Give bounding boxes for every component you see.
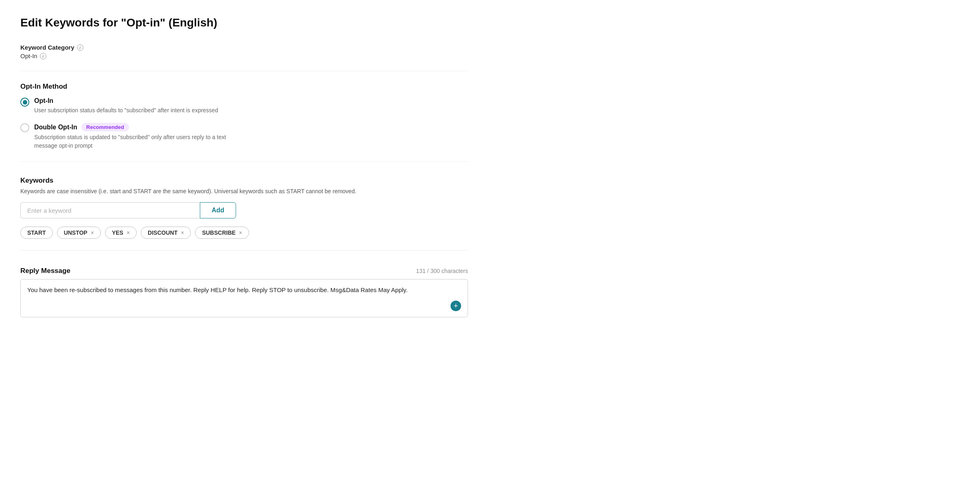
opt-in-method-radio-group: Opt-In User subscription status defaults… [20,97,468,150]
reply-header: Reply Message 131 / 300 characters [20,267,468,275]
keywords-tags: START UNSTOP × YES × DISCOUNT × SUBSCRIB… [20,227,468,239]
opt-in-method-section: Opt-In Method Opt-In User subscription s… [20,83,468,150]
double-opt-in-label: Double Opt-In [34,124,77,131]
keyword-tag-label: UNSTOP [64,229,88,236]
opt-in-label-group: Opt-In User subscription status defaults… [34,97,218,115]
double-opt-in-description: Subscription status is updated to "subsc… [34,133,246,150]
keyword-tag-label: START [27,229,46,236]
keyword-category-value: Opt-In i [20,52,468,59]
textarea-add-icon[interactable]: + [451,301,461,311]
opt-in-info-icon[interactable]: i [40,53,46,59]
opt-in-method-title: Opt-In Method [20,83,468,91]
page-title: Edit Keywords for "Opt-in" (English) [20,16,468,29]
remove-subscribe-button[interactable]: × [239,230,242,236]
reply-textarea-wrapper: You have been re-subscribed to messages … [20,279,468,317]
keyword-tag-label: DISCOUNT [148,229,177,236]
keyword-category-section: Keyword Category i Opt-In i [20,44,468,59]
opt-in-option[interactable]: Opt-In User subscription status defaults… [20,97,468,115]
remove-yes-button[interactable]: × [127,230,130,236]
keyword-tag-start: START [20,227,53,239]
recommended-badge: Recommended [81,123,129,131]
keyword-tag-unstop: UNSTOP × [57,227,101,239]
keyword-category-label: Keyword Category i [20,44,468,51]
opt-in-label: Opt-In [34,97,53,105]
keyword-category-info-icon[interactable]: i [77,44,83,51]
keyword-tag-discount: DISCOUNT × [141,227,191,239]
double-opt-in-radio[interactable] [20,123,29,132]
keyword-tag-yes: YES × [105,227,137,239]
reply-message-textarea[interactable]: You have been re-subscribed to messages … [27,285,447,310]
divider-3 [20,250,468,251]
double-opt-in-option[interactable]: Double Opt-In Recommended Subscription s… [20,123,468,150]
keyword-tag-label: SUBSCRIBE [202,229,235,236]
add-keyword-button[interactable]: Add [200,202,236,218]
keywords-section: Keywords Keywords are case insensitive (… [20,177,468,239]
double-opt-in-label-group: Double Opt-In Recommended Subscription s… [34,123,246,150]
keyword-input-row: Add [20,202,236,218]
keyword-tag-label: YES [112,229,123,236]
keyword-tag-subscribe: SUBSCRIBE × [195,227,249,239]
reply-message-section: Reply Message 131 / 300 characters You h… [20,267,468,317]
reply-message-title: Reply Message [20,267,70,275]
char-count: 131 / 300 characters [416,268,468,274]
opt-in-radio[interactable] [20,98,29,107]
remove-discount-button[interactable]: × [181,230,184,236]
keywords-title: Keywords [20,177,468,185]
keywords-description: Keywords are case insensitive (i.e. star… [20,187,468,196]
divider-1 [20,71,468,71]
keyword-input[interactable] [20,202,200,218]
opt-in-description: User subscription status defaults to "su… [34,106,218,115]
remove-unstop-button[interactable]: × [91,230,94,236]
divider-2 [20,162,468,162]
